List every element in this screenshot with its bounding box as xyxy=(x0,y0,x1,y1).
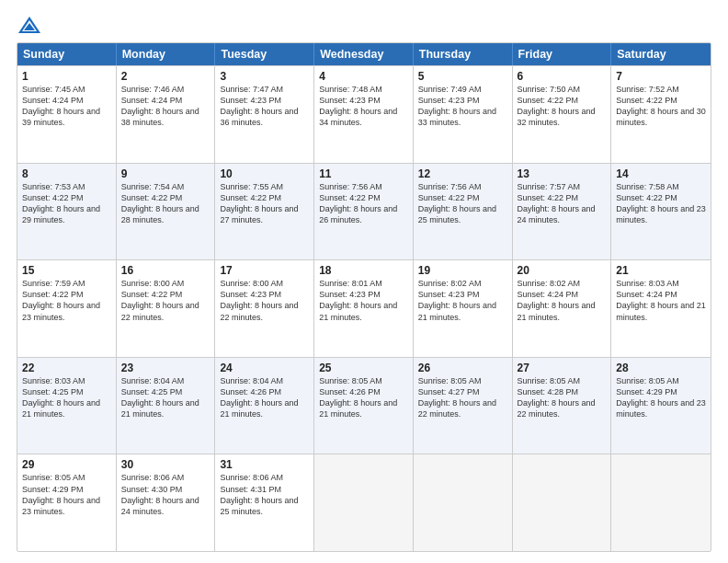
day-cell-18: 18 Sunrise: 8:01 AMSunset: 4:23 PMDaylig… xyxy=(314,260,414,357)
day-number: 31 xyxy=(220,458,309,471)
day-number: 8 xyxy=(22,167,111,180)
day-number: 27 xyxy=(518,362,607,374)
cell-details: Sunrise: 8:03 AMSunset: 4:24 PMDaylight:… xyxy=(616,279,706,321)
day-number: 18 xyxy=(319,264,408,277)
cell-details: Sunrise: 7:48 AMSunset: 4:23 PMDaylight:… xyxy=(319,85,397,127)
day-number: 1 xyxy=(22,70,111,83)
day-cell-31: 31 Sunrise: 8:06 AMSunset: 4:31 PMDaylig… xyxy=(215,454,314,551)
day-cell-26: 26 Sunrise: 8:05 AMSunset: 4:27 PMDaylig… xyxy=(414,358,513,454)
day-number: 30 xyxy=(121,458,210,471)
day-header-sunday: Sunday xyxy=(17,43,117,65)
day-cell-20: 20 Sunrise: 8:02 AMSunset: 4:24 PMDaylig… xyxy=(513,260,612,357)
day-header-monday: Monday xyxy=(117,43,216,65)
day-number: 19 xyxy=(418,264,507,277)
day-number: 7 xyxy=(616,70,706,83)
day-header-tuesday: Tuesday xyxy=(215,43,314,65)
cell-details: Sunrise: 8:05 AMSunset: 4:27 PMDaylight:… xyxy=(418,376,496,419)
day-number: 24 xyxy=(220,362,309,374)
cell-details: Sunrise: 8:05 AMSunset: 4:28 PMDaylight:… xyxy=(518,376,596,419)
cell-details: Sunrise: 7:54 AMSunset: 4:22 PMDaylight:… xyxy=(121,182,199,224)
day-cell-19: 19 Sunrise: 8:02 AMSunset: 4:23 PMDaylig… xyxy=(414,260,513,357)
week-row-1: 1 Sunrise: 7:45 AMSunset: 4:24 PMDayligh… xyxy=(17,65,711,163)
day-number: 6 xyxy=(518,70,607,83)
day-cell-29: 29 Sunrise: 8:05 AMSunset: 4:29 PMDaylig… xyxy=(17,454,117,551)
day-number: 10 xyxy=(220,167,309,180)
cell-details: Sunrise: 8:06 AMSunset: 4:30 PMDaylight:… xyxy=(121,473,199,515)
empty-cell xyxy=(414,454,513,551)
day-number: 14 xyxy=(616,167,706,180)
day-cell-15: 15 Sunrise: 7:59 AMSunset: 4:22 PMDaylig… xyxy=(17,260,117,357)
day-header-saturday: Saturday xyxy=(611,43,711,65)
cell-details: Sunrise: 8:00 AMSunset: 4:22 PMDaylight:… xyxy=(121,279,199,321)
day-cell-21: 21 Sunrise: 8:03 AMSunset: 4:24 PMDaylig… xyxy=(611,260,711,357)
header xyxy=(17,15,711,35)
day-cell-28: 28 Sunrise: 8:05 AMSunset: 4:29 PMDaylig… xyxy=(611,358,711,454)
cell-details: Sunrise: 8:04 AMSunset: 4:25 PMDaylight:… xyxy=(121,376,199,419)
cell-details: Sunrise: 7:56 AMSunset: 4:22 PMDaylight:… xyxy=(319,182,397,224)
calendar: SundayMondayTuesdayWednesdayThursdayFrid… xyxy=(17,42,711,552)
day-number: 2 xyxy=(121,70,210,83)
day-cell-1: 1 Sunrise: 7:45 AMSunset: 4:24 PMDayligh… xyxy=(17,66,117,163)
day-header-thursday: Thursday xyxy=(414,43,513,65)
day-number: 11 xyxy=(319,167,408,180)
cell-details: Sunrise: 7:49 AMSunset: 4:23 PMDaylight:… xyxy=(418,85,496,127)
cell-details: Sunrise: 8:00 AMSunset: 4:23 PMDaylight:… xyxy=(220,279,298,321)
cell-details: Sunrise: 7:56 AMSunset: 4:22 PMDaylight:… xyxy=(418,182,496,224)
day-cell-6: 6 Sunrise: 7:50 AMSunset: 4:22 PMDayligh… xyxy=(513,66,612,163)
cell-details: Sunrise: 8:02 AMSunset: 4:24 PMDaylight:… xyxy=(518,279,596,321)
day-number: 23 xyxy=(121,362,210,374)
cell-details: Sunrise: 7:52 AMSunset: 4:22 PMDaylight:… xyxy=(616,85,706,127)
day-cell-17: 17 Sunrise: 8:00 AMSunset: 4:23 PMDaylig… xyxy=(215,260,314,357)
day-header-friday: Friday xyxy=(513,43,612,65)
day-number: 25 xyxy=(319,362,408,374)
day-cell-22: 22 Sunrise: 8:03 AMSunset: 4:25 PMDaylig… xyxy=(17,358,117,454)
day-cell-27: 27 Sunrise: 8:05 AMSunset: 4:28 PMDaylig… xyxy=(513,358,612,454)
day-cell-2: 2 Sunrise: 7:46 AMSunset: 4:24 PMDayligh… xyxy=(117,66,216,163)
cell-details: Sunrise: 8:05 AMSunset: 4:26 PMDaylight:… xyxy=(319,376,397,419)
empty-cell xyxy=(611,454,711,551)
cell-details: Sunrise: 7:47 AMSunset: 4:23 PMDaylight:… xyxy=(220,85,298,127)
cell-details: Sunrise: 8:06 AMSunset: 4:31 PMDaylight:… xyxy=(220,473,298,515)
page: SundayMondayTuesdayWednesdayThursdayFrid… xyxy=(0,0,728,563)
day-cell-25: 25 Sunrise: 8:05 AMSunset: 4:26 PMDaylig… xyxy=(314,358,414,454)
day-number: 4 xyxy=(319,70,408,83)
day-cell-24: 24 Sunrise: 8:04 AMSunset: 4:26 PMDaylig… xyxy=(215,358,314,454)
day-cell-7: 7 Sunrise: 7:52 AMSunset: 4:22 PMDayligh… xyxy=(611,66,711,163)
cell-details: Sunrise: 7:58 AMSunset: 4:22 PMDaylight:… xyxy=(616,182,706,224)
empty-cell xyxy=(513,454,612,551)
day-cell-16: 16 Sunrise: 8:00 AMSunset: 4:22 PMDaylig… xyxy=(117,260,216,357)
cell-details: Sunrise: 7:46 AMSunset: 4:24 PMDaylight:… xyxy=(121,85,199,127)
day-cell-14: 14 Sunrise: 7:58 AMSunset: 4:22 PMDaylig… xyxy=(611,164,711,260)
day-number: 29 xyxy=(22,458,111,471)
day-number: 17 xyxy=(220,264,309,277)
day-number: 13 xyxy=(518,167,607,180)
empty-cell xyxy=(314,454,414,551)
day-cell-10: 10 Sunrise: 7:55 AMSunset: 4:22 PMDaylig… xyxy=(215,164,314,260)
day-number: 22 xyxy=(22,362,111,374)
cell-details: Sunrise: 8:02 AMSunset: 4:23 PMDaylight:… xyxy=(418,279,496,321)
cell-details: Sunrise: 8:04 AMSunset: 4:26 PMDaylight:… xyxy=(220,376,298,419)
day-number: 15 xyxy=(22,264,111,277)
logo xyxy=(17,15,46,35)
day-cell-9: 9 Sunrise: 7:54 AMSunset: 4:22 PMDayligh… xyxy=(117,164,216,260)
day-cell-13: 13 Sunrise: 7:57 AMSunset: 4:22 PMDaylig… xyxy=(513,164,612,260)
day-number: 20 xyxy=(518,264,607,277)
day-number: 21 xyxy=(616,264,706,277)
day-header-wednesday: Wednesday xyxy=(314,43,414,65)
week-row-2: 8 Sunrise: 7:53 AMSunset: 4:22 PMDayligh… xyxy=(17,163,711,260)
cell-details: Sunrise: 8:05 AMSunset: 4:29 PMDaylight:… xyxy=(22,473,100,515)
day-cell-11: 11 Sunrise: 7:56 AMSunset: 4:22 PMDaylig… xyxy=(314,164,414,260)
cell-details: Sunrise: 7:53 AMSunset: 4:22 PMDaylight:… xyxy=(22,182,100,224)
week-row-4: 22 Sunrise: 8:03 AMSunset: 4:25 PMDaylig… xyxy=(17,357,711,454)
cell-details: Sunrise: 7:59 AMSunset: 4:22 PMDaylight:… xyxy=(22,279,100,321)
day-cell-8: 8 Sunrise: 7:53 AMSunset: 4:22 PMDayligh… xyxy=(17,164,117,260)
day-cell-30: 30 Sunrise: 8:06 AMSunset: 4:30 PMDaylig… xyxy=(117,454,216,551)
day-cell-12: 12 Sunrise: 7:56 AMSunset: 4:22 PMDaylig… xyxy=(414,164,513,260)
cell-details: Sunrise: 7:55 AMSunset: 4:22 PMDaylight:… xyxy=(220,182,298,224)
day-number: 26 xyxy=(418,362,507,374)
day-number: 5 xyxy=(418,70,507,83)
day-number: 16 xyxy=(121,264,210,277)
day-cell-23: 23 Sunrise: 8:04 AMSunset: 4:25 PMDaylig… xyxy=(117,358,216,454)
day-number: 28 xyxy=(616,362,706,374)
week-row-3: 15 Sunrise: 7:59 AMSunset: 4:22 PMDaylig… xyxy=(17,259,711,357)
